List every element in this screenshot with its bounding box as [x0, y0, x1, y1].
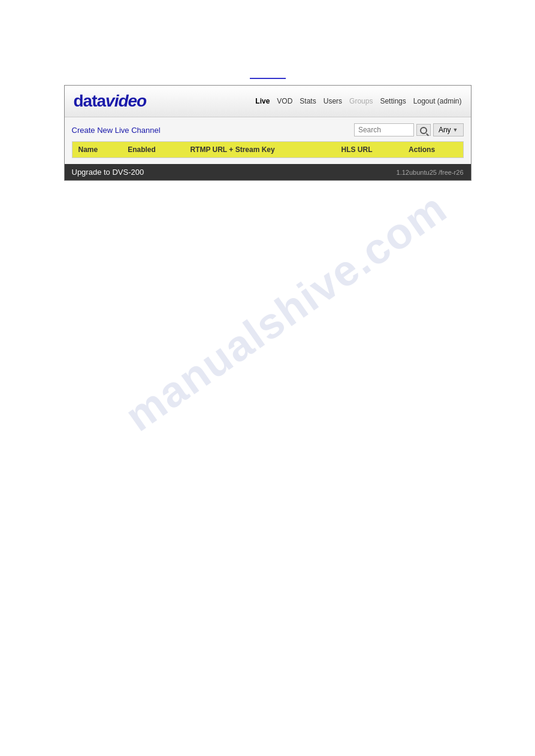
footer-bar: Upgrade to DVS-200 1.12ubuntu25 /free-r2… [65, 164, 471, 180]
nav-links: Live VOD Stats Users Groups Settings Log… [255, 97, 461, 105]
top-decorative-line [250, 78, 286, 79]
nav-bar: datavideo Live VOD Stats Users Groups Se… [65, 86, 471, 117]
logo-data-part: data [74, 92, 106, 110]
search-button[interactable] [416, 124, 431, 136]
logo: datavideo [74, 92, 147, 111]
logo-video-part: video [105, 92, 146, 110]
nav-link-groups: Groups [349, 97, 373, 105]
filter-label: Any [439, 126, 451, 134]
footer-version: 1.12ubuntu25 /free-r26 [397, 169, 464, 176]
footer-title: Upgrade to DVS-200 [72, 168, 144, 177]
top-bar: Create New Live Channel Any ▼ [72, 123, 464, 136]
column-header-actions: Actions [403, 142, 463, 158]
nav-link-users[interactable]: Users [324, 97, 342, 105]
column-header-enabled: Enabled [122, 142, 184, 158]
page-wrapper: manualshive.com datavideo Live VOD Stats… [0, 78, 535, 756]
search-area: Any ▼ [354, 123, 464, 136]
table-header: Name Enabled RTMP URL + Stream Key HLS U… [72, 142, 463, 158]
column-header-rtmp-url: RTMP URL + Stream Key [184, 142, 335, 158]
filter-dropdown-button[interactable]: Any ▼ [433, 123, 464, 136]
column-header-name: Name [72, 142, 122, 158]
nav-link-settings[interactable]: Settings [380, 97, 406, 105]
search-icon [420, 127, 427, 134]
watermark: manualshive.com [116, 183, 456, 441]
search-input[interactable] [354, 123, 414, 136]
column-header-hls-url: HLS URL [335, 142, 403, 158]
app-container: datavideo Live VOD Stats Users Groups Se… [64, 85, 471, 181]
live-channels-table: Name Enabled RTMP URL + Stream Key HLS U… [72, 141, 464, 158]
nav-link-stats[interactable]: Stats [300, 97, 316, 105]
table-header-row: Name Enabled RTMP URL + Stream Key HLS U… [72, 142, 463, 158]
logo-area: datavideo [74, 92, 147, 111]
nav-link-vod[interactable]: VOD [277, 97, 292, 105]
nav-link-logout[interactable]: Logout (admin) [413, 97, 462, 105]
chevron-down-icon: ▼ [453, 127, 458, 133]
create-new-live-channel-link[interactable]: Create New Live Channel [72, 126, 161, 135]
content-area: Create New Live Channel Any ▼ Name [65, 117, 471, 164]
nav-link-live[interactable]: Live [255, 97, 270, 105]
